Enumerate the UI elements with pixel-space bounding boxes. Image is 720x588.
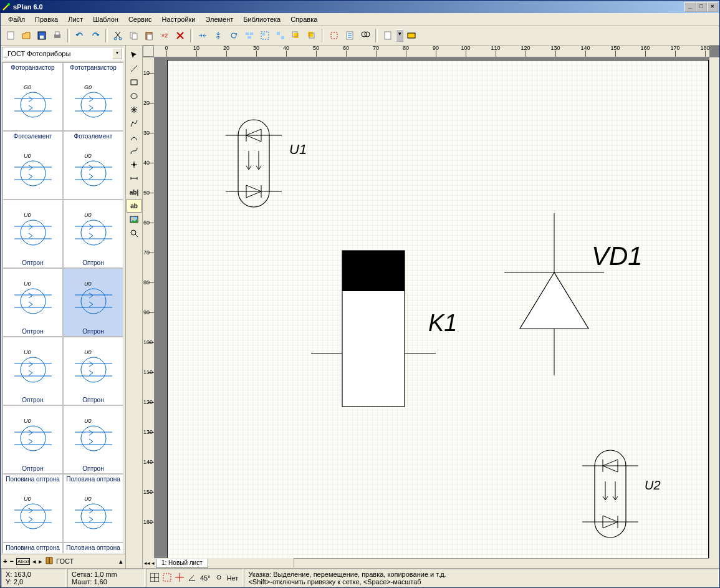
- library-item[interactable]: U0Оптрон: [63, 268, 123, 337]
- save-icon[interactable]: [34, 28, 49, 43]
- menu-library[interactable]: Библиотека: [238, 14, 286, 24]
- library-item[interactable]: Половина оптронаU0: [2, 542, 63, 554]
- library-item[interactable]: U0Оптрон: [2, 405, 63, 474]
- window-controls: _ □ ×: [684, 2, 718, 12]
- drawing-page[interactable]: U1 K1 VD1 U2 sharasoft.com: [167, 60, 709, 558]
- special-tool-icon[interactable]: [127, 103, 142, 117]
- text-tool-icon[interactable]: ab|: [127, 185, 142, 199]
- library-item[interactable]: U0Оптрон: [63, 405, 123, 474]
- scroll-up-icon[interactable]: ▴: [119, 557, 123, 566]
- size-inc-icon[interactable]: ▸: [39, 557, 42, 566]
- svg-rect-43: [81, 289, 106, 314]
- size-dec-icon[interactable]: ◂: [32, 557, 36, 566]
- library-item[interactable]: ФоторанзисторG0: [2, 62, 63, 131]
- library-item[interactable]: U0Оптрон: [2, 268, 63, 337]
- svg-rect-33: [21, 161, 46, 186]
- textbox-tool-icon[interactable]: ab: [127, 199, 142, 213]
- library-item[interactable]: Половина оптронаU0: [63, 474, 123, 542]
- search-icon[interactable]: [358, 28, 373, 43]
- menu-file[interactable]: Файл: [3, 14, 30, 24]
- paste-icon[interactable]: [142, 28, 156, 43]
- zoom-tool-icon[interactable]: [127, 226, 142, 240]
- redo-icon[interactable]: [88, 28, 103, 43]
- svg-rect-70: [163, 574, 171, 581]
- library-item[interactable]: U0Оптрон: [63, 200, 123, 268]
- angle-icon[interactable]: [188, 573, 196, 583]
- curve-tool-icon[interactable]: [127, 130, 142, 144]
- book-icon[interactable]: [45, 556, 54, 566]
- endpoint-icon[interactable]: [214, 573, 223, 583]
- library-item[interactable]: ФототранзисторG0: [63, 62, 123, 131]
- menu-template[interactable]: Шаблон: [88, 14, 123, 24]
- library-item[interactable]: U0Оптрон: [2, 200, 63, 268]
- library-item[interactable]: ФотоэлементU0: [63, 131, 123, 200]
- align-icon[interactable]: [242, 28, 257, 43]
- minimize-button[interactable]: _: [684, 2, 696, 12]
- status-tools: 45° Нет: [146, 569, 242, 587]
- add-icon[interactable]: +: [3, 557, 7, 565]
- svg-text:U0: U0: [84, 212, 92, 218]
- open-icon[interactable]: [19, 28, 34, 43]
- library-selector[interactable]: _ГОСТ Фотоприборы ▾: [2, 47, 124, 60]
- snap-icon[interactable]: [327, 28, 342, 43]
- status-hint1: Указка: Выделение, перемещение, правка, …: [248, 571, 714, 578]
- menu-element[interactable]: Элемент: [200, 14, 238, 24]
- maximize-button[interactable]: □: [696, 2, 707, 12]
- zoom-window-icon[interactable]: [404, 28, 419, 43]
- poly-tool-icon[interactable]: [127, 117, 142, 130]
- menu-service[interactable]: Сервис: [123, 14, 157, 24]
- line-tool-icon[interactable]: [127, 62, 142, 75]
- rect-tool-icon[interactable]: [127, 75, 142, 89]
- library-item[interactable]: Половина оптронаU0: [2, 474, 63, 542]
- remove-icon[interactable]: −: [9, 557, 13, 565]
- component-u1[interactable]: [223, 117, 297, 210]
- svg-rect-49: [21, 426, 46, 451]
- sheet-tab[interactable]: 1: Новый лист: [156, 559, 208, 568]
- menu-sheet[interactable]: Лист: [63, 14, 88, 24]
- mirror-h-icon[interactable]: [195, 28, 210, 43]
- origin-icon[interactable]: [175, 573, 184, 583]
- image-tool-icon[interactable]: [127, 213, 142, 226]
- tab-nav-prev-icon[interactable]: ◂: [151, 560, 155, 566]
- menu-edit[interactable]: Правка: [30, 14, 63, 24]
- page-icon[interactable]: [380, 28, 395, 43]
- component-u2[interactable]: [579, 447, 654, 541]
- duplicate-icon[interactable]: ×2: [157, 28, 172, 43]
- canvas-area[interactable]: U1 K1 VD1 U2 sharasoft.com: [155, 57, 709, 558]
- list-icon[interactable]: [342, 28, 357, 43]
- grid-icon[interactable]: [150, 573, 159, 583]
- cut-icon[interactable]: [110, 28, 125, 43]
- copy-icon[interactable]: [126, 28, 141, 43]
- back-icon[interactable]: [304, 28, 319, 43]
- circle-tool-icon[interactable]: [127, 89, 142, 103]
- library-item[interactable]: Половина оптронаU0: [63, 542, 123, 554]
- print-icon[interactable]: [50, 28, 65, 43]
- snap-rect-icon[interactable]: [163, 573, 171, 583]
- rotate-icon[interactable]: [226, 28, 241, 43]
- menu-help[interactable]: Справка: [286, 14, 322, 24]
- dropdown-icon[interactable]: ▾: [112, 48, 122, 59]
- vertical-scrollbar[interactable]: [709, 57, 719, 558]
- front-icon[interactable]: [289, 28, 304, 43]
- library-item[interactable]: ФотоэлементU0: [2, 131, 63, 200]
- close-button[interactable]: ×: [707, 2, 718, 12]
- menu-settings[interactable]: Настройки: [157, 14, 201, 24]
- group-icon[interactable]: [257, 28, 272, 43]
- label-toggle-icon[interactable]: Abcd: [16, 558, 30, 565]
- library-item[interactable]: U0Оптрон: [63, 337, 123, 405]
- page-dropdown-icon[interactable]: ▾: [396, 29, 403, 42]
- mirror-v-icon[interactable]: [211, 28, 226, 43]
- bezier-tool-icon[interactable]: [127, 144, 142, 158]
- dimension-tool-icon[interactable]: [127, 171, 142, 185]
- library-item[interactable]: U0Оптрон: [2, 337, 63, 405]
- ungroup-icon[interactable]: [273, 28, 288, 43]
- new-icon[interactable]: [3, 28, 18, 43]
- component-vd1[interactable]: [492, 213, 617, 375]
- horizontal-scrollbar[interactable]: [294, 558, 709, 568]
- pointer-tool-icon[interactable]: [127, 48, 142, 62]
- delete-icon[interactable]: [173, 28, 188, 43]
- node-tool-icon[interactable]: [127, 158, 142, 171]
- undo-icon[interactable]: [72, 28, 87, 43]
- component-k1[interactable]: [311, 248, 436, 410]
- tab-nav-first-icon[interactable]: ◂◂: [144, 560, 150, 566]
